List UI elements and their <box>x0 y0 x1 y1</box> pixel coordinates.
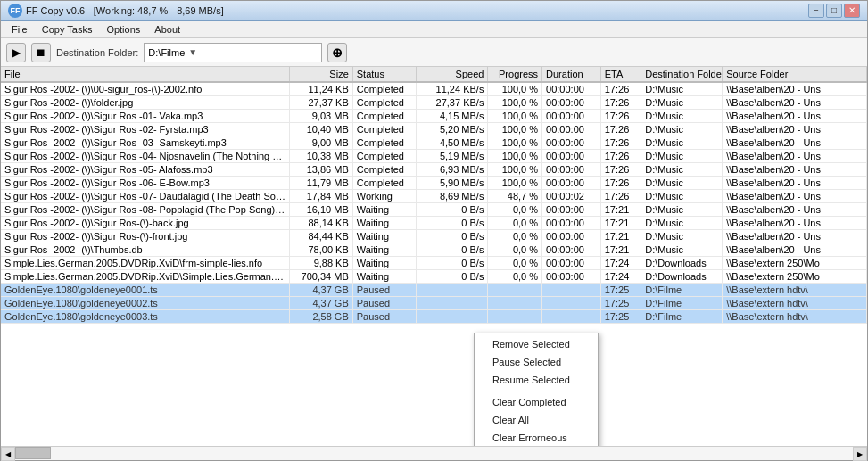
header-progress[interactable]: Progress <box>488 67 542 82</box>
menu-file[interactable]: File <box>4 22 35 37</box>
table-cell: 4,37 GB <box>290 284 353 297</box>
table-cell: Paused <box>352 297 416 310</box>
horizontal-scrollbar[interactable]: ◀ ▶ <box>1 446 867 460</box>
title-bar-left: FF FF Copy v0.6 - [Working: 48,7 % - 8,6… <box>8 4 224 18</box>
table-row[interactable]: Sigur Ros -2002- (\)\Sigur Ros -02- Fyrs… <box>1 123 867 136</box>
table-row[interactable]: Sigur Ros -2002- (\)\Sigur Ros-(\)-back.… <box>1 217 867 230</box>
context-menu-remove-selected[interactable]: Remove Selected <box>475 335 598 353</box>
table-cell: Paused <box>352 310 416 324</box>
context-menu-pause-selected[interactable]: Pause Selected <box>475 353 598 371</box>
context-menu-clear-all[interactable]: Clear All <box>475 411 598 429</box>
table-cell: Simple.Lies.German.2005.DVDRip.XviD\Simp… <box>1 270 290 284</box>
table-cell: GoldenEye.1080\goldeneye0003.ts <box>1 310 290 324</box>
table-cell: \\Base\alben\20 - Uns <box>723 96 867 110</box>
table-cell: 00:00:00 <box>542 177 601 190</box>
menu-about[interactable]: About <box>147 22 187 37</box>
header-status[interactable]: Status <box>352 67 416 82</box>
table-cell: D:\Music <box>641 150 723 163</box>
table-row[interactable]: Sigur Ros -2002- (\)\folder.jpg27,37 KBC… <box>1 96 867 110</box>
main-window: FF FF Copy v0.6 - [Working: 48,7 % - 8,6… <box>0 0 868 461</box>
table-cell: Waiting <box>352 217 416 230</box>
table-cell: GoldenEye.1080\goldeneye0002.ts <box>1 297 290 310</box>
menu-options[interactable]: Options <box>99 22 147 37</box>
table-row[interactable]: GoldenEye.1080\goldeneye0003.ts2,58 GBPa… <box>1 310 867 324</box>
table-cell: 100,0 % <box>488 136 542 150</box>
table-cell: \\Base\alben\20 - Uns <box>723 150 867 163</box>
header-duration[interactable]: Duration <box>542 67 601 82</box>
context-menu-clear-completed[interactable]: Clear Completed <box>475 393 598 411</box>
table-cell: 00:00:02 <box>542 190 601 203</box>
table-cell: 17,84 MB <box>290 190 353 203</box>
header-size[interactable]: Size <box>290 67 353 82</box>
table-cell: 0 B/s <box>416 203 488 217</box>
menu-copy-tasks[interactable]: Copy Tasks <box>35 22 100 37</box>
table-cell: 17:21 <box>600 230 641 243</box>
table-row[interactable]: Sigur Ros -2002- (\)\Sigur Ros -06- E-Bo… <box>1 177 867 190</box>
header-source[interactable]: Source Folder <box>723 67 867 82</box>
table-cell: D:\Music <box>641 123 723 136</box>
title-bar: FF FF Copy v0.6 - [Working: 48,7 % - 8,6… <box>1 1 867 21</box>
table-cell: 9,03 MB <box>290 110 353 123</box>
table-row[interactable]: Sigur Ros -2002- (\)\00-sigur_ros-(\)-20… <box>1 82 867 96</box>
table-row[interactable]: Sigur Ros -2002- (\)\Sigur Ros -05- Alaf… <box>1 163 867 177</box>
table-cell: 17:26 <box>600 82 641 96</box>
table-row[interactable]: Sigur Ros -2002- (\)\Sigur Ros -07- Daud… <box>1 190 867 203</box>
table-cell: D:\Music <box>641 230 723 243</box>
table-cell: \\Base\alben\20 - Uns <box>723 82 867 96</box>
table-cell: 00:00:00 <box>542 150 601 163</box>
table-row[interactable]: Simple.Lies.German.2005.DVDRip.XviD\frm-… <box>1 257 867 270</box>
table-cell: 4,37 GB <box>290 297 353 310</box>
table-row[interactable]: Sigur Ros -2002- (\)\Sigur Ros -08- Popp… <box>1 203 867 217</box>
table-cell: Simple.Lies.German.2005.DVDRip.XviD\frm-… <box>1 257 290 270</box>
table-row[interactable]: Simple.Lies.German.2005.DVDRip.XviD\Simp… <box>1 270 867 284</box>
header-eta[interactable]: ETA <box>600 67 641 82</box>
context-menu-resume-selected[interactable]: Resume Selected <box>475 371 598 389</box>
restore-button[interactable]: □ <box>826 4 842 18</box>
header-speed[interactable]: Speed <box>416 67 488 82</box>
table-cell: 17:25 <box>600 310 641 324</box>
table-cell: D:\Filme <box>641 297 723 310</box>
table-cell: 700,34 MB <box>290 270 353 284</box>
header-file[interactable]: File <box>1 67 290 82</box>
table-cell: 6,93 MB/s <box>416 163 488 177</box>
table-cell: Sigur Ros -2002- (\)\00-sigur_ros-(\)-20… <box>1 82 290 96</box>
scroll-right-button[interactable]: ▶ <box>853 447 867 461</box>
close-button[interactable]: ✕ <box>844 4 860 18</box>
table-row[interactable]: Sigur Ros -2002- (\)\Sigur Ros -04- Njos… <box>1 150 867 163</box>
table-cell: 0 B/s <box>416 217 488 230</box>
scroll-track[interactable] <box>15 447 853 460</box>
table-cell: 17:26 <box>600 150 641 163</box>
table-cell: 5,90 MB/s <box>416 177 488 190</box>
table-row[interactable]: Sigur Ros -2002- (\)\Sigur Ros -01- Vaka… <box>1 110 867 123</box>
table-cell: Sigur Ros -2002- (\)\Sigur Ros-(\)-front… <box>1 230 290 243</box>
add-icon: ⊕ <box>332 45 343 60</box>
table-cell: Waiting <box>352 230 416 243</box>
destination-label: Destination Folder: <box>56 47 138 58</box>
stop-button[interactable]: ⏹ <box>31 43 51 62</box>
table-row[interactable]: Sigur Ros -2002- (\)\Sigur Ros -03- Sams… <box>1 136 867 150</box>
table-cell: 11,79 MB <box>290 177 353 190</box>
context-menu-clear-errorneous[interactable]: Clear Errorneous <box>475 429 598 446</box>
add-button[interactable]: ⊕ <box>327 43 347 62</box>
table-row[interactable]: Sigur Ros -2002- (\)\Thumbs.db78,00 KBWa… <box>1 243 867 257</box>
table-cell: 17:26 <box>600 136 641 150</box>
table-cell: 17:21 <box>600 243 641 257</box>
table-cell: 0,0 % <box>488 270 542 284</box>
table-row[interactable]: GoldenEye.1080\goldeneye0002.ts4,37 GBPa… <box>1 297 867 310</box>
table-row[interactable]: GoldenEye.1080\goldeneye0001.ts4,37 GBPa… <box>1 284 867 297</box>
play-button[interactable]: ▶ <box>6 43 26 62</box>
table-cell: 100,0 % <box>488 96 542 110</box>
table-cell: 4,50 MB/s <box>416 136 488 150</box>
destination-dropdown[interactable]: D:\Filme ▼ <box>144 43 322 62</box>
header-dest[interactable]: Destination Folder <box>641 67 723 82</box>
table-cell: 10,40 MB <box>290 123 353 136</box>
scroll-left-button[interactable]: ◀ <box>1 447 15 461</box>
table-cell: 9,88 KB <box>290 257 353 270</box>
table-cell: Completed <box>352 177 416 190</box>
minimize-button[interactable]: − <box>808 4 824 18</box>
table-row[interactable]: Sigur Ros -2002- (\)\Sigur Ros-(\)-front… <box>1 230 867 243</box>
table-header-row: File Size Status Speed Progress Duration… <box>1 67 867 82</box>
file-table-container[interactable]: File Size Status Speed Progress Duration… <box>1 67 867 446</box>
table-cell: 10,38 MB <box>290 150 353 163</box>
scroll-thumb[interactable] <box>15 447 51 459</box>
